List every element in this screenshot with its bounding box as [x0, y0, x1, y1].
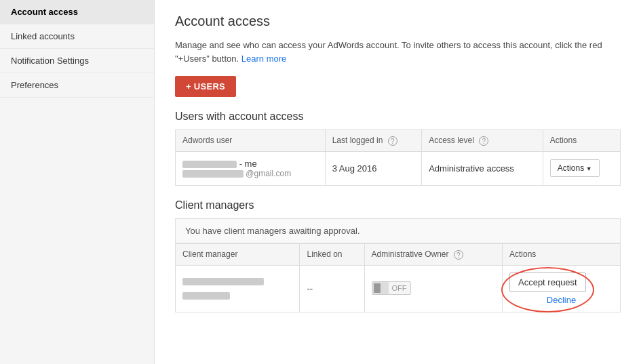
cm-linked-on-cell: -- [300, 265, 364, 312]
cm-admin-owner-cell: OFF [364, 265, 502, 312]
table-row: -- OFF Accept request Decline [176, 265, 621, 312]
cm-name2-blurred [182, 292, 230, 300]
sidebar-item-notification-settings[interactable]: Notification Settings [0, 49, 154, 73]
user-name-blurred [182, 161, 237, 168]
col-header-last-logged-in: Last logged in ? [325, 130, 422, 152]
accept-btn-wrapper: Accept request [509, 272, 586, 292]
sidebar: Account access Linked accounts Notificat… [0, 0, 155, 364]
cm-col-admin-owner: Administrative Owner ? [364, 243, 502, 265]
table-row: - me @gmail.com 3 Aug 2016 Administrativ… [176, 151, 621, 185]
user-info-cell: - me @gmail.com [176, 151, 326, 185]
last-logged-in-cell: 3 Aug 2016 [325, 151, 422, 185]
cm-actions-cell: Accept request Decline [502, 265, 620, 312]
sidebar-item-account-access[interactable]: Account access [0, 0, 154, 24]
access-level-cell: Administrative access [422, 151, 543, 185]
user-name: - me [182, 159, 318, 169]
toggle-slider [372, 282, 389, 294]
sidebar-item-preferences[interactable]: Preferences [0, 73, 154, 98]
access-level-help-icon[interactable]: ? [479, 136, 488, 146]
sidebar-item-linked-accounts[interactable]: Linked accounts [0, 24, 154, 49]
intro-paragraph: Manage and see who can access your AdWor… [175, 39, 621, 65]
client-managers-table: Client manager Linked on Administrative … [175, 243, 621, 312]
client-manager-name-cell [176, 265, 300, 312]
users-table: Adwords user Last logged in ? Access lev… [175, 129, 621, 186]
main-content: Account access Manage and see who can ac… [155, 0, 641, 364]
actions-cell: Actions [543, 151, 620, 185]
decline-link[interactable]: Decline [509, 295, 613, 305]
cm-name-blurred [182, 278, 264, 285]
notice-banner: You have client managers awaiting approv… [175, 218, 621, 243]
col-header-adwords-user: Adwords user [176, 130, 326, 152]
toggle-label: OFF [389, 282, 410, 294]
col-header-actions: Actions [543, 130, 620, 152]
add-users-button[interactable]: + USERS [175, 76, 236, 97]
cm-col-linked-on: Linked on [300, 243, 364, 265]
page-title: Account access [175, 14, 621, 29]
col-header-access-level: Access level ? [422, 130, 543, 152]
learn-more-link[interactable]: Learn more [241, 54, 286, 64]
admin-owner-toggle[interactable]: OFF [372, 281, 411, 295]
accept-request-button[interactable]: Accept request [509, 272, 586, 292]
cm-col-actions: Actions [502, 243, 620, 265]
user-email-blurred [182, 170, 244, 178]
actions-dropdown-button[interactable]: Actions [550, 159, 600, 177]
user-email: @gmail.com [182, 169, 318, 178]
admin-owner-help-icon[interactable]: ? [454, 250, 463, 260]
cm-col-client-manager: Client manager [176, 243, 300, 265]
last-logged-in-help-icon[interactable]: ? [388, 136, 397, 146]
client-managers-section-title: Client managers [175, 199, 621, 211]
users-section-title: Users with account access [175, 110, 621, 123]
